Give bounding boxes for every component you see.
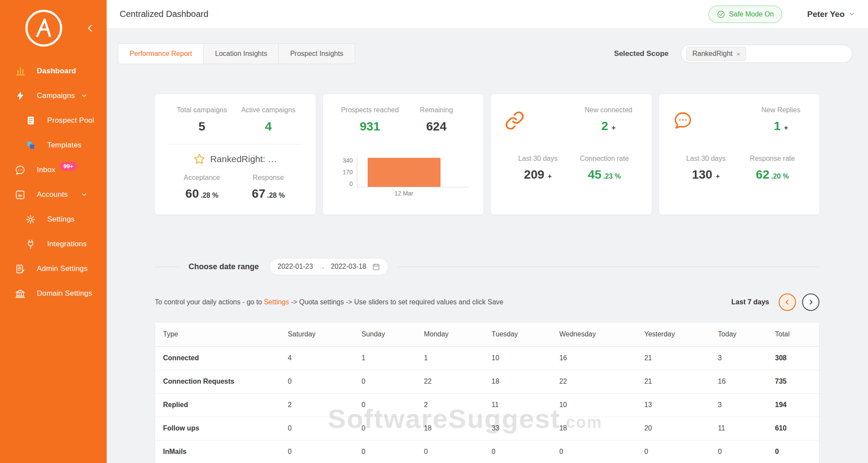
divider-line [155, 267, 180, 267]
document-pencil-icon [14, 263, 26, 275]
value-cell: 0 [354, 393, 416, 417]
table-row: Follow ups001833182011610 [155, 417, 819, 440]
value-cell: 0 [636, 440, 710, 463]
column-header-tuesday: Tuesday [484, 323, 551, 346]
acceptance-value: 60.28 % [169, 187, 235, 201]
chevron-down-icon [81, 92, 88, 99]
gear-icon [25, 214, 36, 225]
sidebar-item-settings[interactable]: Settings [0, 210, 107, 229]
value-cell: 0 [280, 370, 354, 393]
connections-card: New connected 2+ Last 30 days 209+ [491, 94, 652, 215]
y-tick: 340 [343, 157, 352, 164]
remaining-label: Remaining [403, 106, 470, 114]
table-row: Connection Requests002218222116735 [155, 370, 819, 393]
remove-tag-icon[interactable]: × [737, 50, 741, 58]
last-30-days-label: Last 30 days [673, 155, 739, 163]
sidebar-item-label: Domain Settings [37, 289, 92, 298]
prospects-reached-value: 931 [337, 120, 403, 134]
total-campaigns-value: 5 [169, 120, 235, 134]
choose-date-range-label: Choose date range [189, 262, 259, 271]
value-cell: 0 [484, 440, 551, 463]
sidebar-item-accounts[interactable]: in Accounts [0, 185, 107, 204]
tab-prospect-insights[interactable]: Prospect Insights [278, 43, 355, 64]
tab-location-insights[interactable]: Location Insights [203, 43, 279, 64]
settings-link[interactable]: Settings [264, 298, 289, 306]
sidebar-item-templates[interactable]: Templates [0, 136, 107, 155]
chevron-down-icon [81, 191, 88, 198]
sidebar: Dashboard Campaigns Prospect Pool [0, 0, 107, 463]
date-range-row: Choose date range 2022-01-23 → 2022-03-1… [155, 258, 819, 275]
last-30-days-value: 130+ [673, 168, 739, 182]
y-tick: 170 [343, 169, 352, 176]
previous-period-button[interactable] [779, 293, 796, 311]
value-cell: 0 [354, 417, 416, 440]
sidebar-item-label: Dashboard [37, 67, 76, 75]
value-cell: 0 [280, 417, 354, 440]
value-cell: 18 [551, 417, 636, 440]
value-cell: 16 [551, 346, 636, 370]
sidebar-item-campaigns[interactable]: Campaigns [0, 86, 107, 105]
new-connected-label: New connected [584, 106, 632, 114]
sidebar-menu: Dashboard Campaigns Prospect Pool [0, 62, 107, 303]
sidebar-item-admin-settings[interactable]: Admin Settings [0, 259, 107, 278]
column-header-saturday: Saturday [280, 323, 354, 346]
date-end: 2022-03-18 [331, 263, 366, 271]
quota-note-row: To control your daily actions - go to Se… [155, 293, 819, 311]
sidebar-item-inbox[interactable]: Inbox 99+ [0, 160, 107, 179]
value-cell: 0 [710, 440, 767, 463]
value-cell: 3 [710, 346, 767, 370]
new-connected-value: 2+ [584, 119, 632, 133]
chain-link-icon [505, 111, 525, 130]
value-cell: 3 [710, 393, 767, 417]
sidebar-item-label: Inbox [37, 166, 55, 174]
chat-dots-icon [673, 111, 693, 130]
column-header-yesterday: Yesterday [636, 323, 710, 346]
y-tick: 0 [349, 180, 353, 187]
value-cell: 18 [416, 417, 484, 440]
value-cell: 194 [767, 393, 819, 417]
arrow-right-icon: → [319, 263, 325, 271]
remaining-value: 624 [403, 120, 470, 134]
table-row: Connected4111016213308 [155, 346, 819, 370]
campaigns-card: Total campaigns 5 Active campaigns 4 [155, 94, 316, 215]
new-replies-label: New Replies [761, 106, 800, 114]
safe-mode-label: Safe Mode On [729, 10, 774, 18]
total-campaigns-label: Total campaigns [169, 106, 235, 114]
next-period-button[interactable] [802, 293, 819, 311]
active-campaigns-value: 4 [235, 120, 301, 134]
quota-note: To control your daily actions - go to Se… [155, 298, 503, 306]
column-header-wednesday: Wednesday [551, 323, 636, 346]
date-start: 2022-01-23 [277, 263, 313, 271]
sidebar-item-domain-settings[interactable]: Domain Settings [0, 284, 107, 303]
safe-mode-badge[interactable]: Safe Mode On [708, 6, 782, 23]
replies-card: New Replies 1+ Last 30 days 130+ [659, 94, 820, 215]
value-cell: 16 [710, 370, 767, 393]
sidebar-item-label: Integrations [47, 240, 87, 248]
tab-performance-report[interactable]: Performance Report [118, 43, 204, 64]
response-label: Response [235, 174, 301, 182]
user-name: Peter Yeo [807, 10, 845, 19]
app-logo [24, 9, 63, 48]
inbox-unread-badge: 99+ [60, 162, 77, 171]
sidebar-item-dashboard[interactable]: Dashboard [0, 62, 107, 81]
sidebar-item-label: Prospect Pool [47, 116, 94, 125]
value-cell: 10 [484, 346, 551, 370]
user-menu[interactable]: Peter Yeo [807, 10, 855, 19]
tab-bar: Performance Report Location Insights Pro… [118, 43, 355, 64]
row-type-cell: Follow ups [155, 417, 280, 440]
sidebar-collapse-button[interactable] [85, 23, 95, 33]
scope-input[interactable]: RankedRight × [681, 45, 852, 63]
prospects-mini-chart: 340 170 0 12 Mar [337, 157, 470, 187]
campaign-entity-name: RankedRight: … [210, 154, 277, 164]
chevron-down-icon [848, 11, 855, 17]
value-cell: 0 [767, 440, 819, 463]
linkedin-icon: in [14, 189, 26, 201]
value-cell: 2 [280, 393, 354, 417]
sidebar-item-prospect-pool[interactable]: Prospect Pool [0, 111, 107, 130]
sidebar-item-integrations[interactable]: Integrations [0, 235, 107, 254]
new-replies-value: 1+ [761, 119, 800, 133]
value-cell: 22 [416, 370, 484, 393]
date-range-picker[interactable]: 2022-01-23 → 2022-03-18 [269, 258, 388, 275]
check-circle-icon [717, 10, 725, 19]
value-cell: 33 [484, 417, 551, 440]
